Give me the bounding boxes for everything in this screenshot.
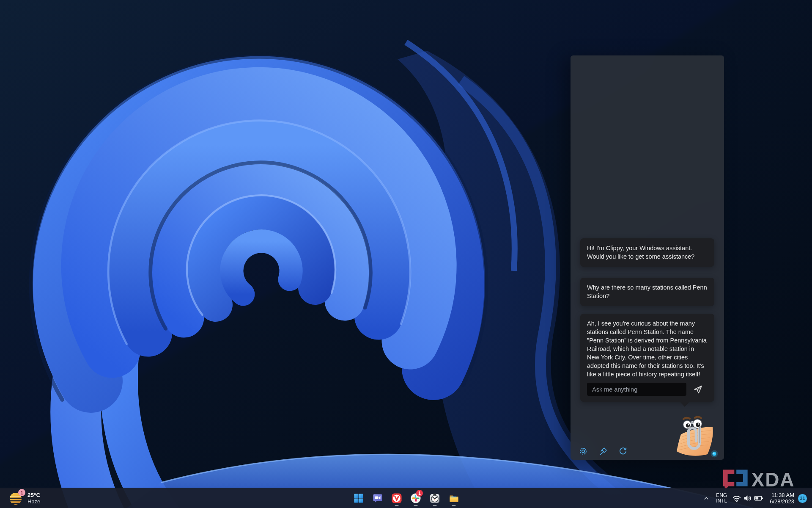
volume-icon [743, 494, 752, 503]
language-indicator[interactable]: ENG INTL [716, 493, 727, 504]
gear-icon [579, 447, 588, 456]
running-indicator [414, 505, 418, 506]
ask-anything-input[interactable] [587, 383, 686, 396]
xda-letters: XDA [751, 469, 795, 491]
file-explorer-icon [449, 493, 459, 504]
chevron-up-icon [703, 494, 709, 502]
taskbar-app-chat[interactable] [369, 490, 386, 507]
vivaldi-icon [392, 493, 402, 503]
clock-app-icon [430, 493, 440, 503]
refresh-icon [618, 447, 628, 456]
pin-icon [598, 447, 608, 456]
running-indicator [433, 505, 437, 506]
desktop-screen: Hi! I'm Clippy, your Windows assistant. … [0, 0, 812, 508]
language-line2: INTL [716, 498, 727, 504]
temperature-label: 25°C [27, 492, 40, 498]
windows-logo-icon [354, 494, 363, 503]
start-button[interactable] [350, 490, 367, 507]
send-button[interactable] [692, 384, 704, 395]
video-chat-icon [373, 493, 383, 503]
slack-notification-badge: 1 [416, 490, 423, 497]
running-indicator [395, 505, 399, 506]
system-tray: ENG INTL [701, 488, 812, 508]
chat-input-row [587, 383, 708, 396]
taskbar: 1 25°C Haze [0, 488, 812, 508]
settings-button[interactable] [579, 447, 588, 456]
condition-label: Haze [27, 498, 40, 505]
speech-bubble-tail [680, 402, 689, 407]
clock-and-date[interactable]: 11:38 AM 6/28/2023 [770, 492, 794, 505]
quick-settings[interactable] [732, 494, 763, 503]
weather-alert-badge: 1 [18, 489, 25, 496]
clippy-avatar [672, 415, 719, 458]
tray-overflow-button[interactable] [701, 490, 712, 507]
send-paper-plane-icon [692, 384, 703, 395]
clippy-assistant-panel: Hi! I'm Clippy, your Windows assistant. … [571, 55, 724, 460]
notification-count-badge[interactable]: 31 [798, 494, 807, 503]
taskbar-app-icons: 1 [350, 490, 462, 507]
wifi-icon [732, 494, 741, 503]
running-indicator [452, 505, 456, 506]
date-label: 6/28/2023 [770, 498, 794, 505]
taskbar-app-vivaldi[interactable] [388, 490, 405, 507]
battery-icon [754, 494, 763, 503]
assistant-message: Ah, I see you're curious about the many … [580, 314, 714, 402]
time-label: 11:38 AM [771, 492, 794, 498]
user-message: Why are there so many stations called Pe… [580, 278, 714, 306]
taskbar-app-file-explorer[interactable] [445, 490, 462, 507]
taskbar-app-slack[interactable]: 1 [407, 490, 424, 507]
pin-button[interactable] [598, 447, 608, 456]
assistant-toolbar [579, 447, 628, 456]
weather-widget[interactable]: 1 25°C Haze [4, 488, 44, 508]
assistant-message: Hi! I'm Clippy, your Windows assistant. … [580, 238, 714, 267]
taskbar-app-clock[interactable] [426, 490, 443, 507]
xda-right-bracket [736, 469, 747, 486]
assistant-message-text: Ah, I see you're curious about the many … [587, 320, 707, 378]
refresh-button[interactable] [618, 447, 628, 456]
chat-message-list: Hi! I'm Clippy, your Windows assistant. … [580, 238, 714, 407]
